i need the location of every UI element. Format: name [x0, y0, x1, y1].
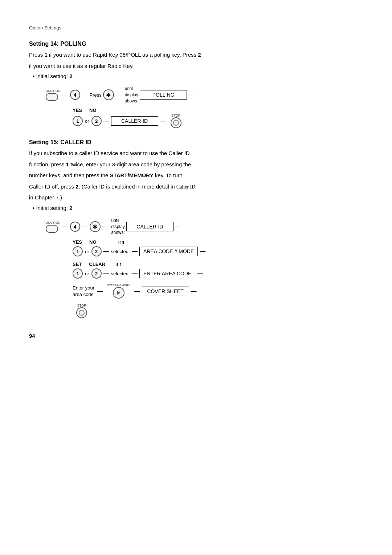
- page: Option Settings Setting 14: POLLING Pres…: [0, 0, 392, 361]
- setting15-body1: If you subscribe to a caller ID service …: [29, 149, 363, 158]
- shows-text-15: shows:: [111, 230, 125, 236]
- function-label-14: FUNCTION: [44, 89, 61, 93]
- stop-btn-15: STOP: [76, 304, 87, 318]
- start-memory-btn: START/MEMORY: [107, 284, 130, 299]
- yes-label-14: YES: [73, 108, 82, 113]
- until-display-14: until display shows:: [125, 86, 138, 104]
- setting15-initial: • Initial setting: 2: [33, 205, 363, 211]
- function-button-14[interactable]: [46, 93, 58, 101]
- star-btn-14[interactable]: ✱: [103, 89, 114, 100]
- page-number: 94: [29, 333, 363, 339]
- dash2-15: —: [82, 223, 88, 230]
- setting14-heading: Setting 14: POLLING: [29, 41, 363, 47]
- num1-btn-15b[interactable]: 1: [73, 268, 83, 279]
- section-label: Option Settings: [29, 25, 363, 31]
- dash4-14: —: [189, 92, 195, 98]
- stop-label-14: STOP: [171, 114, 180, 117]
- enter-your-area-code-label: Enter your area code: [73, 285, 94, 298]
- function-btn-14: FUNCTION: [44, 89, 61, 101]
- clear-label: CLEAR: [89, 262, 105, 267]
- enter-your-label: Enter your: [73, 285, 94, 291]
- caller-id-display-15: CALLER-ID: [126, 222, 173, 231]
- svg-marker-0: [117, 291, 121, 295]
- no-label-14: NO: [89, 108, 97, 113]
- dash10-15: —: [134, 288, 140, 295]
- yes-no-labels-15: YES NO: [73, 239, 97, 245]
- num2-btn-15[interactable]: 2: [91, 246, 102, 256]
- setting14-initial: • Initial setting: 2: [33, 73, 363, 79]
- yes-no-labels-14: YES NO: [73, 108, 363, 113]
- function-button-15[interactable]: [46, 225, 58, 233]
- setting14-block: Setting 14: POLLING Press 1 if you want …: [29, 41, 363, 128]
- function-label-15: FUNCTION: [44, 221, 61, 224]
- function-btn-15: FUNCTION: [44, 221, 61, 233]
- setting14-body1: Press 1 if you want to use Rapid Key 08/…: [29, 51, 363, 59]
- dash8-15: —: [197, 270, 203, 277]
- dash3-15: —: [102, 223, 108, 230]
- num4-btn-14[interactable]: 4: [70, 90, 80, 100]
- setting15-body2: function, press 1 twice, enter your 3-di…: [29, 161, 363, 169]
- num2-btn-14[interactable]: 2: [91, 116, 102, 126]
- num1-btn-15[interactable]: 1: [73, 246, 83, 256]
- setting15-diagram: FUNCTION — 4 — ✱ — until display shows: …: [44, 218, 363, 318]
- top-rule: [29, 22, 363, 22]
- display-text-14: display: [125, 92, 138, 98]
- polling-display-14: POLLING: [140, 90, 187, 100]
- num2-btn-15b[interactable]: 2: [91, 268, 102, 279]
- stop-button-14[interactable]: [171, 117, 181, 128]
- dash5-15: —: [103, 248, 109, 255]
- dash1-15: —: [62, 223, 68, 230]
- setting14-diagram: FUNCTION — 4 — Press ✱ — until display s…: [44, 86, 363, 128]
- or-label-15b: or: [85, 271, 89, 276]
- set-clear-labels: SET CLEAR: [73, 262, 105, 267]
- dash6-15: —: [200, 248, 205, 255]
- set-label: SET: [73, 262, 82, 267]
- num1-btn-14[interactable]: 1: [73, 116, 83, 126]
- no-label-15: NO: [89, 239, 97, 245]
- or-label-14: or: [85, 118, 89, 124]
- cover-sheet-display: COVER SHEET: [142, 287, 189, 296]
- dash3-14: —: [116, 92, 122, 98]
- setting15-body4: Caller ID off, press 2. (Caller ID is ex…: [29, 183, 363, 191]
- dash5b-15: —: [132, 248, 138, 255]
- dash6-14: —: [160, 118, 166, 124]
- setting15-heading: Setting 15: CALLER ID: [29, 139, 363, 146]
- setting15-block: Setting 15: CALLER ID If you subscribe t…: [29, 139, 363, 318]
- setting15-body3: number keys, and then press the START/ME…: [29, 171, 363, 180]
- caller-id-display-14: CALLER-ID: [111, 116, 158, 126]
- if1-label-15b: If 1: [115, 262, 122, 267]
- area-code-label: area code: [73, 292, 94, 297]
- selected-label-15: selected: [111, 249, 128, 254]
- dash1-14: —: [62, 92, 68, 98]
- press-label-14: Press: [90, 92, 102, 98]
- start-memory-label: START/MEMORY: [107, 284, 130, 287]
- setting15-body5: in Chapter 7.): [29, 194, 363, 202]
- stop-btn-14: STOP: [171, 114, 181, 128]
- dash4-15: —: [175, 223, 181, 230]
- start-memory-button[interactable]: [113, 287, 124, 299]
- dash9-15: —: [97, 288, 103, 295]
- area-code-mode-display: AREA CODE # MODE: [139, 247, 198, 256]
- enter-area-code-display: ENTER AREA CODE: [139, 269, 195, 278]
- stop-label-15: STOP: [77, 304, 86, 307]
- num4-btn-15[interactable]: 4: [70, 222, 80, 232]
- dash7-15: —: [103, 270, 109, 277]
- selected-label-15b: selected: [111, 271, 128, 276]
- until-text-14: until: [125, 86, 133, 92]
- dash7b-15: —: [132, 270, 138, 277]
- star-btn-15[interactable]: ✱: [90, 221, 101, 232]
- shows-text-14: shows:: [125, 98, 138, 104]
- dash2-14: —: [82, 92, 88, 98]
- until-display-15: until display shows:: [111, 218, 125, 236]
- dash11-15: —: [191, 288, 197, 295]
- setting14-body2: if you want to use it as a regular Rapid…: [29, 62, 363, 70]
- or-label-15: or: [85, 249, 89, 254]
- until-text-15: until: [111, 218, 119, 224]
- if1-label-15: If 1: [118, 240, 125, 245]
- display-text-15: display: [111, 224, 125, 230]
- stop-button-15[interactable]: [76, 307, 87, 318]
- yes-label-15: YES: [73, 239, 82, 245]
- dash5-14: —: [103, 118, 109, 124]
